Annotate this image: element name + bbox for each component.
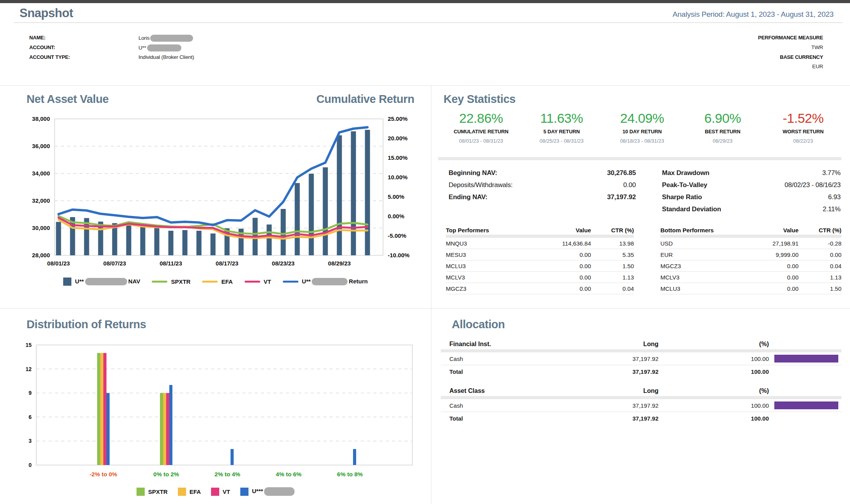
stat-cumulative-return: 22.86% CUMULATIVE RETURN 08/01/23 - 08/3… [441, 111, 521, 144]
distribution-legend: SPXTR EFA VT U*** [0, 487, 431, 496]
account-type-label: ACCOUNT TYPE: [29, 54, 70, 60]
legend-item-efa: EFA [202, 278, 232, 285]
legend-item-return: U**Return [283, 278, 368, 286]
sharpe-ratio-value: 6.93 [828, 193, 841, 201]
table-header-band [441, 349, 841, 352]
beginning-nav-label: Beginning NAV: [449, 169, 497, 177]
cell-percent: 100.00 [658, 355, 769, 362]
cell-total-label: Total [441, 368, 553, 375]
table-row: USD27,198.91-0.28 [660, 238, 841, 249]
cell-value: 0.00 [532, 263, 591, 269]
svg-text:5.00%: 5.00% [388, 193, 405, 200]
stat-value: 22.86% [441, 111, 521, 126]
legend-return-suffix: Return [349, 278, 367, 285]
cell-value: 0.00 [532, 274, 591, 281]
max-drawdown-value: 3.77% [822, 169, 841, 177]
svg-text:28,000: 28,000 [32, 252, 50, 258]
col-header-value: Value [532, 227, 591, 233]
legend-nav-prefix: U** [75, 278, 84, 285]
svg-text:30,000: 30,000 [32, 225, 50, 231]
sharpe-ratio-row: Sharpe Ratio6.93 [662, 191, 841, 203]
key-statistics-divider [438, 157, 841, 160]
ending-nav-value: 37,197.92 [607, 193, 636, 201]
cumulative-return-title: Cumulative Return [0, 93, 414, 106]
account-redaction [147, 44, 181, 51]
table-header-band [660, 235, 841, 238]
spxtr-swatch-icon [137, 488, 145, 496]
cell-asset: Cash [441, 355, 553, 362]
cell-value: 0.00 [740, 263, 799, 269]
allocation-row-cash: Cash 37,197.92 100.00 [441, 352, 841, 365]
key-statistics-title: Key Statistics [444, 93, 516, 106]
allocation-percent-bar [774, 401, 838, 409]
svg-text:15: 15 [25, 342, 32, 348]
nav-chart-legend: U**NAV SPXTR EFA VT U**Return [0, 278, 431, 286]
cell-value: 114,636.84 [532, 240, 591, 247]
col-header-asset-class: Asset Class [441, 387, 553, 394]
svg-text:4% to 6%: 4% to 6% [276, 471, 302, 477]
cell-ctr: 5.35 [591, 251, 634, 258]
stat-period: 08/18/23 - 08/31/23 [602, 138, 682, 144]
standard-deviation-row: Standard Deviation2.11% [662, 203, 841, 215]
legend-item-spxtr: SPXTR [152, 278, 190, 285]
cell-symbol: MGCZ3 [446, 285, 532, 292]
cell-symbol: USD [660, 240, 740, 247]
legend-label-nav: U**NAV [75, 278, 140, 286]
performance-measure-label: PERFORMANCE MEASURE [706, 35, 823, 41]
account-label: ACCOUNT: [29, 44, 55, 50]
table-row: MNQU3114,636.8413.98 [446, 238, 634, 249]
standard-deviation-label: Standard Deviation [662, 205, 721, 213]
legend-label-vt: VT [264, 278, 271, 285]
stat-value: 24.09% [602, 111, 682, 126]
standard-deviation-value: 2.11% [823, 205, 841, 213]
legend-item-nav: U**NAV [63, 278, 140, 286]
nav-summary-right: Max Drawdown3.77% Peak-To-Valley08/02/23… [662, 167, 841, 215]
cell-percent: 100.00 [658, 402, 769, 409]
name-redaction [150, 35, 193, 42]
legend-return-prefix: U** [302, 278, 311, 285]
legend-item-efa: EFA [178, 488, 201, 496]
legend-label-efa: EFA [221, 278, 232, 285]
account-value-text: U** [138, 45, 146, 51]
legend-label-return: U**Return [302, 278, 368, 286]
account-swatch-icon [240, 488, 248, 496]
stat-period: 08/29/23 [682, 138, 763, 144]
nav-summary-left: Beginning NAV:30,276.85 Deposits/Withdra… [449, 167, 636, 203]
cell-symbol: MCLV3 [660, 274, 740, 281]
legend-item-vt: VT [245, 278, 271, 285]
cell-ctr: 1.13 [591, 274, 634, 281]
col-header-symbol: Bottom Performers [660, 227, 740, 233]
cell-ctr: 0.04 [799, 263, 841, 269]
cell-ctr: 13.98 [591, 240, 634, 247]
legend-label-account: U*** [252, 487, 295, 496]
svg-text:6% to 8%: 6% to 8% [337, 471, 363, 477]
cell-asset: Cash [441, 402, 553, 409]
stat-value: -1.52% [763, 111, 843, 126]
svg-text:12: 12 [25, 366, 32, 372]
nav-cumulative-return-chart: 38,00036,00034,00032,00030,00028,00025.0… [0, 105, 431, 288]
stat-5-day-return: 11.63% 5 DAY RETURN 08/25/23 - 08/31/23 [521, 111, 602, 144]
legend-label-spxtr: SPXTR [148, 488, 168, 495]
stat-label: BEST RETURN [682, 129, 763, 134]
name-label: NAME: [29, 35, 46, 41]
col-header-ctr: CTR (%) [799, 227, 841, 233]
grid-divider-top [0, 85, 850, 86]
cell-symbol: MESU3 [446, 251, 532, 258]
allocation-title: Allocation [452, 318, 505, 331]
allocation-financial-inst-table: Financial Inst. Long (%) Cash 37,197.92 … [441, 339, 841, 378]
max-drawdown-label: Max Drawdown [662, 169, 709, 177]
table-row: MGCZ30.000.04 [446, 283, 634, 294]
snapshot-report: Snapshot Analysis Period: August 1, 2023… [0, 0, 850, 504]
col-header-long: Long [553, 341, 658, 348]
bottom-performers-table: Bottom Performers Value CTR (%) USD27,19… [660, 225, 841, 294]
window-top-strip [0, 0, 850, 3]
vt-swatch-icon [211, 488, 219, 496]
legend-item-account: U*** [240, 487, 295, 496]
grid-divider-middle [0, 308, 850, 309]
cell-symbol: MCLU3 [446, 263, 532, 269]
svg-text:32,000: 32,000 [32, 197, 50, 204]
legend-label-efa: EFA [190, 488, 201, 495]
cell-value: 0.00 [740, 285, 799, 292]
svg-text:15.00%: 15.00% [388, 154, 408, 161]
svg-text:6: 6 [28, 414, 32, 420]
